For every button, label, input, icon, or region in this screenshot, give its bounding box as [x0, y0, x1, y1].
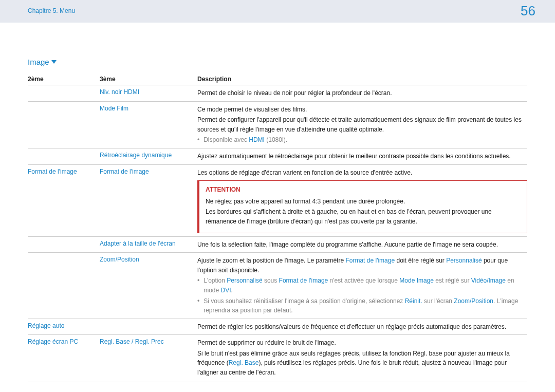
- cell-2eme: [28, 240, 100, 250]
- page-content: Image 2ème 3ème Description Niv. noir HD…: [0, 23, 555, 392]
- cell-3eme: Zoom/Position: [100, 256, 197, 315]
- bullet-item: • L'option Personnalisé sous Format de l…: [197, 276, 527, 295]
- attention-line: Les bordures qui s'affichent à droite et…: [206, 207, 521, 226]
- cell-3eme: Mode Film: [100, 105, 197, 145]
- bullet-text: Disponible avec HDMI (1080i).: [203, 135, 287, 145]
- text-fragment: .: [231, 287, 233, 294]
- table-row: Format de l'image Format de l'image Les …: [28, 165, 527, 237]
- inline-link: Regl. Base: [229, 359, 259, 366]
- cell-2eme: [28, 88, 100, 98]
- inline-link: Zoom/Position: [454, 297, 493, 305]
- attention-title: ATTENTION: [206, 185, 521, 195]
- inline-link: Personnalisé: [227, 277, 262, 284]
- attention-box: ATTENTION Ne réglez pas votre appareil a…: [197, 180, 527, 233]
- inline-link: Mode Image: [399, 277, 434, 284]
- cell-3eme: Format de l'image: [100, 168, 197, 233]
- text-fragment: doit être réglé sur: [395, 257, 446, 264]
- desc-line: Les options de réglage d'écran varient e…: [197, 168, 527, 178]
- attention-body: Ne réglez pas votre appareil au format 4…: [206, 197, 521, 227]
- table-row: Réglage écran PC Regl. Base / Regl. Prec…: [28, 335, 527, 382]
- bullet-dot-icon: •: [197, 276, 199, 295]
- inline-link: Vidéo/Image: [471, 277, 506, 284]
- desc-line: Ce mode permet de visualiser des films.: [197, 105, 527, 115]
- cell-3eme: Adapter à la taille de l'écran: [100, 240, 197, 250]
- table-row: Mode Film Ce mode permet de visualiser d…: [28, 102, 527, 148]
- cell-description: Ajuste le zoom et la position de l'image…: [197, 256, 527, 315]
- cell-description: Les options de réglage d'écran varient e…: [197, 168, 527, 233]
- desc-line: Permet de supprimer ou réduire le bruit …: [197, 338, 527, 348]
- inline-link: HDMI: [249, 136, 265, 143]
- table-row: Niv. noir HDMI Permet de choisir le nive…: [28, 85, 527, 102]
- text-fragment: L'option: [203, 277, 227, 284]
- page-number: 56: [521, 3, 535, 19]
- cell-description: Ce mode permet de visualiser des films. …: [197, 105, 527, 145]
- cell-3eme: [100, 322, 197, 332]
- cell-2eme: Réglage auto: [28, 322, 100, 332]
- text-fragment: est réglé sur: [434, 277, 471, 284]
- text-fragment: sous: [263, 277, 279, 284]
- cell-description: Permet de choisir le niveau de noir pour…: [197, 88, 527, 98]
- cell-2eme: Réglage écran PC: [28, 338, 100, 378]
- bullet-text: L'option Personnalisé sous Format de l'i…: [203, 276, 527, 295]
- header-col-description: Description: [197, 76, 527, 83]
- cell-description: Permet de supprimer ou réduire le bruit …: [197, 338, 527, 378]
- bullet-item: • Si vous souhaitez réinitialiser l'imag…: [197, 296, 527, 315]
- inline-link: Format de l'image: [279, 277, 328, 284]
- cell-2eme: [28, 105, 100, 145]
- text-fragment: Disponible avec: [203, 136, 249, 143]
- text-fragment: sur l'écran: [422, 297, 454, 305]
- text-fragment: Ajuste le zoom et la position de l'image…: [197, 257, 345, 264]
- cell-2eme: [28, 256, 100, 315]
- inline-link: Personnalisé: [446, 257, 482, 264]
- desc-line: Si le bruit n'est pas éliminé grâce aux …: [197, 349, 527, 378]
- section-title-text: Image: [28, 58, 49, 66]
- settings-table: 2ème 3ème Description Niv. noir HDMI Per…: [28, 76, 527, 382]
- header-col-3eme: 3ème: [100, 76, 197, 83]
- inline-link: Réinit.: [405, 297, 422, 305]
- cell-2eme: [28, 152, 100, 161]
- table-row: Rétroéclairage dynamique Ajustez automat…: [28, 148, 527, 165]
- desc-line: Ajuste le zoom et la position de l'image…: [197, 256, 527, 275]
- top-bar: Chapitre 5. Menu 56: [0, 0, 555, 23]
- desc-line: Permet de configurer l'appareil pour qu'…: [197, 115, 527, 134]
- cell-3eme: Rétroéclairage dynamique: [100, 152, 197, 161]
- bullet-dot-icon: •: [197, 135, 199, 145]
- table-header-row: 2ème 3ème Description: [28, 76, 527, 85]
- cell-description: Ajustez automatiquement le rétroéclairag…: [197, 152, 527, 161]
- dropdown-triangle-icon: [51, 60, 57, 64]
- bullet-item: • Disponible avec HDMI (1080i).: [197, 135, 527, 145]
- table-row: Adapter à la taille de l'écran Une fois …: [28, 237, 527, 253]
- cell-2eme: Format de l'image: [28, 168, 100, 233]
- cell-3eme: Niv. noir HDMI: [100, 88, 197, 98]
- cell-description: Permet de régler les positions/valeurs d…: [197, 322, 527, 332]
- text-fragment: n'est activée que lorsque: [328, 277, 399, 284]
- table-row: Zoom/Position Ajuste le zoom et la posit…: [28, 253, 527, 319]
- attention-line: Ne réglez pas votre appareil au format 4…: [206, 197, 521, 207]
- chapter-title: Chapitre 5. Menu: [28, 7, 75, 14]
- text-fragment: (1080i).: [265, 136, 287, 143]
- inline-link: DVI: [221, 287, 231, 294]
- cell-3eme: Regl. Base / Regl. Prec: [100, 338, 197, 378]
- bullet-text: Si vous souhaitez réinitialiser l'image …: [203, 296, 527, 315]
- table-row: Réglage auto Permet de régler les positi…: [28, 319, 527, 335]
- inline-link: Format de l'image: [345, 257, 395, 264]
- section-title: Image: [28, 58, 527, 66]
- cell-description: Une fois la sélection faite, l'image com…: [197, 240, 527, 250]
- bullet-dot-icon: •: [197, 296, 199, 315]
- header-col-2eme: 2ème: [28, 76, 100, 83]
- text-fragment: Si vous souhaitez réinitialiser l'image …: [203, 297, 404, 305]
